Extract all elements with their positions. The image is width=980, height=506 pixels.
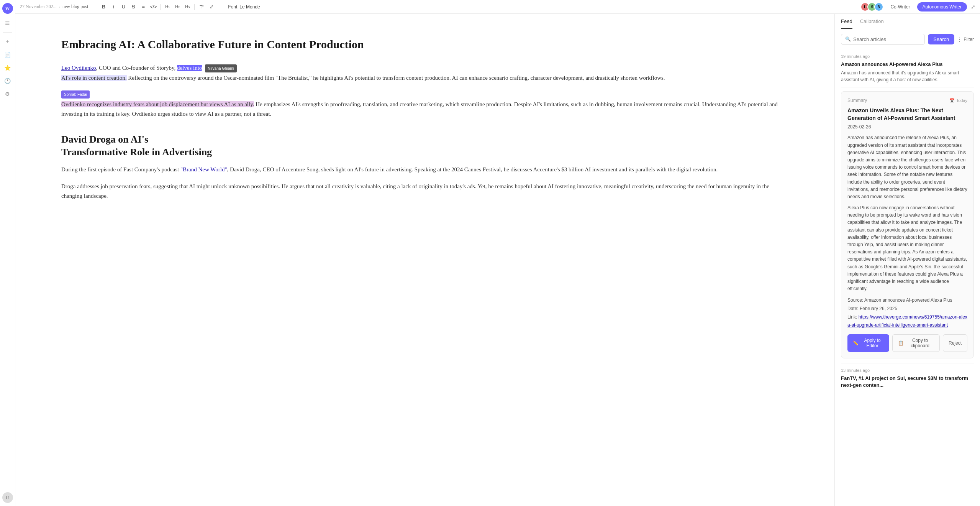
summary-source: Source: Amazon announces AI-powered Alex… bbox=[847, 297, 952, 303]
h2-button[interactable]: H₂ bbox=[173, 2, 182, 12]
highlight-blue-1: delves into bbox=[177, 65, 202, 71]
feed-card-1[interactable]: Amazon announces AI-powered Alexa Plus A… bbox=[841, 61, 974, 83]
tooltip-badge-nirvana: Nirvana Ghiami bbox=[205, 64, 237, 72]
paragraph-1: Leo Ovdiienko, COO and Co-founder of Sto… bbox=[61, 63, 788, 83]
user-avatar-3: N bbox=[874, 2, 883, 12]
feed-card-title-1: Amazon announces AI-powered Alexa Plus bbox=[841, 61, 974, 68]
summary-link-label: Link: bbox=[847, 314, 859, 320]
summary-link[interactable]: https://www.theverge.com/news/619755/ama… bbox=[847, 314, 967, 328]
fullscreen-editor-button[interactable]: ⤢ bbox=[207, 2, 216, 12]
sidebar-divider-1 bbox=[3, 32, 12, 33]
summary-meta: Source: Amazon announces AI-powered Alex… bbox=[847, 296, 967, 329]
font-family-label: Le Monde bbox=[239, 4, 260, 10]
list-button[interactable]: ≡ bbox=[139, 2, 148, 12]
tab-feed[interactable]: Feed bbox=[841, 18, 852, 29]
h3-button[interactable]: H₃ bbox=[183, 2, 192, 12]
superscript-button[interactable]: T² bbox=[197, 2, 206, 12]
author-link[interactable]: Leo Ovdiienko bbox=[61, 65, 96, 71]
paragraph-4: Droga addresses job preservation fears, … bbox=[61, 182, 788, 201]
feed-card-2[interactable]: FanTV, #1 AI project on Sui, secures $3M… bbox=[841, 375, 974, 389]
tooltip-wrapper-1: Nirvana Ghiami bbox=[203, 65, 237, 71]
feed-time-1: 19 minutes ago bbox=[841, 54, 974, 59]
copy-to-clipboard-button[interactable]: 📋 Copy to clipboard bbox=[892, 334, 940, 352]
app-logo: W bbox=[2, 3, 13, 14]
search-button[interactable]: Search bbox=[928, 34, 954, 44]
summary-actions: ✏️ Apply to Editor 📋 Copy to clipboard R… bbox=[847, 334, 967, 352]
strikethrough-button[interactable]: S bbox=[129, 2, 138, 12]
reject-button[interactable]: Reject bbox=[943, 334, 967, 352]
user-avatar[interactable]: U bbox=[2, 492, 13, 503]
summary-title: Amazon Unveils Alexa Plus: The Next Gene… bbox=[847, 107, 967, 122]
summary-body-1: Amazon has announced the release of Alex… bbox=[847, 134, 967, 200]
tooltip-badge-sohrab: Sohrab Fadai bbox=[61, 90, 90, 99]
formatting-toolbar: B I U S ≡ </> H₁ H₂ H₃ T² ⤢ bbox=[99, 2, 216, 12]
h1-button[interactable]: H₁ bbox=[163, 2, 172, 12]
right-panel-content[interactable]: 19 minutes ago Amazon announces AI-power… bbox=[835, 49, 980, 506]
search-bar: 🔍 Search ⋮ Filter bbox=[835, 29, 980, 49]
autonomous-writer-button[interactable]: Autonomous Writer bbox=[917, 2, 967, 12]
section2-title: David Droga on AI'sTransformative Role i… bbox=[61, 133, 788, 159]
bold-button[interactable]: B bbox=[99, 2, 108, 12]
summary-date-meta: Date: February 26, 2025 bbox=[847, 306, 897, 311]
apply-to-editor-button[interactable]: ✏️ Apply to Editor bbox=[847, 334, 889, 352]
article-title: Embracing AI: A Collaborative Future in … bbox=[61, 37, 788, 52]
sidebar-toggle-icon[interactable]: ☰ bbox=[2, 18, 13, 28]
search-box: 🔍 bbox=[841, 34, 925, 45]
top-toolbar: 27 November 202... › new blog post B I U… bbox=[15, 0, 980, 14]
main-area: Embracing AI: A Collaborative Future in … bbox=[15, 14, 980, 506]
paragraph-2: Sohrab Fadai Ovdiienko recognizes indust… bbox=[61, 90, 788, 119]
paragraph-3: During the first episode of Fast Company… bbox=[61, 165, 788, 175]
summary-header: Summary 📅 today bbox=[847, 98, 967, 103]
fullscreen-button[interactable]: ⤢ bbox=[971, 4, 975, 10]
sidebar-bottom: U bbox=[2, 492, 13, 503]
summary-label: Summary bbox=[847, 98, 867, 103]
article-body: Leo Ovdiienko, COO and Co-founder of Sto… bbox=[61, 63, 788, 201]
apply-label: Apply to Editor bbox=[861, 338, 884, 348]
tab-calibration[interactable]: Calibration bbox=[860, 18, 884, 29]
fmt-separator-1 bbox=[160, 4, 161, 10]
left-sidebar: W ☰ + 📄 ⭐ 🕐 ⚙ U bbox=[0, 0, 15, 506]
summary-body-2: Alexa Plus can now engage in conversatio… bbox=[847, 204, 967, 292]
breadcrumb-date: 27 November 202... bbox=[20, 4, 57, 10]
underline-button[interactable]: U bbox=[119, 2, 128, 12]
code-button[interactable]: </> bbox=[149, 2, 158, 12]
divider-2 bbox=[841, 363, 974, 363]
toolbar-right: L S N Co-Writer Autonomous Writer ⤢ bbox=[860, 2, 975, 12]
breadcrumb-title: new blog post bbox=[62, 4, 88, 10]
sidebar-settings-icon[interactable]: ⚙ bbox=[2, 89, 13, 99]
highlight-section-2: Ovdiienko recognizes industry fears abou… bbox=[61, 101, 254, 107]
summary-date-badge: today bbox=[957, 98, 967, 103]
summary-card: Summary 📅 today Amazon Unveils Alexa Plu… bbox=[841, 91, 974, 358]
podcast-link[interactable]: "Brand New World" bbox=[180, 166, 227, 172]
breadcrumb-chevron-icon: › bbox=[59, 5, 60, 9]
apply-icon: ✏️ bbox=[853, 340, 859, 346]
filter-label: Filter bbox=[964, 37, 974, 42]
sidebar-star-icon[interactable]: ⭐ bbox=[2, 62, 13, 73]
copy-label: Copy to clipboard bbox=[906, 338, 934, 348]
calendar-icon: 📅 bbox=[949, 98, 955, 103]
italic-button[interactable]: I bbox=[109, 2, 118, 12]
search-icon: 🔍 bbox=[845, 36, 851, 42]
summary-date-wrapper: 📅 today bbox=[949, 98, 967, 103]
search-input[interactable] bbox=[853, 36, 921, 42]
font-selector: Font Le Monde bbox=[222, 4, 260, 10]
feed-card-desc-1: Amazon has announced that it's upgrading… bbox=[841, 69, 974, 83]
copy-icon: 📋 bbox=[898, 340, 904, 346]
divider-1 bbox=[841, 87, 974, 87]
sidebar-docs-icon[interactable]: 📄 bbox=[2, 49, 13, 60]
sidebar-add-icon[interactable]: + bbox=[2, 36, 13, 47]
highlight-section-1: AI's role in content creation. bbox=[61, 75, 127, 81]
breadcrumb: 27 November 202... › new blog post bbox=[20, 4, 88, 10]
sidebar-time-icon[interactable]: 🕐 bbox=[2, 76, 13, 86]
cowriter-button[interactable]: Co-Writer bbox=[887, 3, 913, 11]
right-panel: Feed Calibration 🔍 Search ⋮ Filter 19 mi… bbox=[834, 14, 980, 506]
filter-button[interactable]: ⋮ Filter bbox=[957, 37, 974, 42]
user-avatars: L S N bbox=[860, 2, 883, 12]
font-label: Font bbox=[228, 4, 237, 10]
toolbar-left: 27 November 202... › new blog post B I U… bbox=[20, 2, 860, 12]
summary-date-text: 2025-02-26 bbox=[847, 124, 967, 130]
editor-area[interactable]: Embracing AI: A Collaborative Future in … bbox=[15, 14, 834, 506]
fmt-separator-2 bbox=[194, 4, 195, 10]
feed-card-title-2: FanTV, #1 AI project on Sui, secures $3M… bbox=[841, 375, 974, 389]
right-panel-tabs: Feed Calibration bbox=[835, 14, 980, 29]
